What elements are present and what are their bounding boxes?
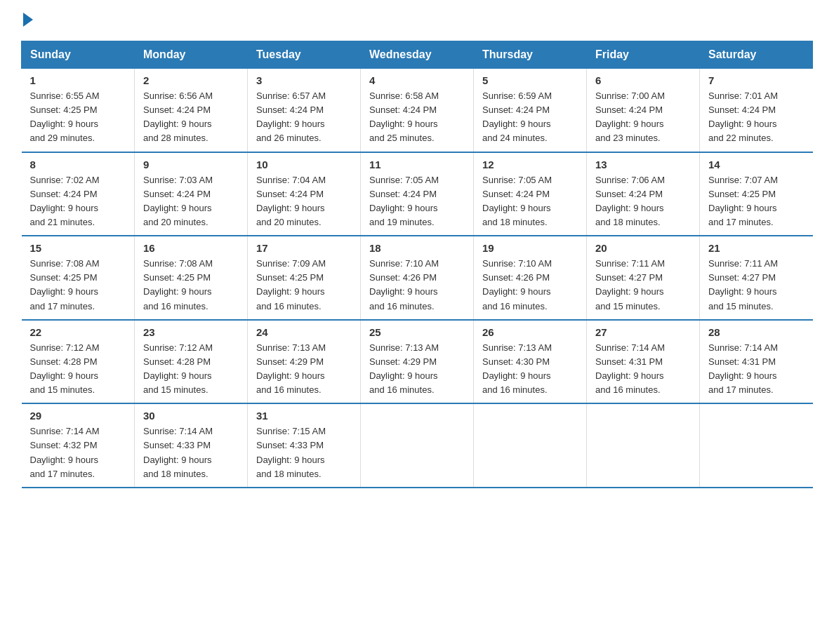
day-info: Sunrise: 7:13 AMSunset: 4:29 PMDaylight:… (256, 341, 352, 398)
day-info: Sunrise: 7:12 AMSunset: 4:28 PMDaylight:… (143, 341, 239, 398)
day-number: 7 (708, 74, 805, 86)
day-info: Sunrise: 7:08 AMSunset: 4:25 PMDaylight:… (143, 257, 239, 314)
day-cell: 14Sunrise: 7:07 AMSunset: 4:25 PMDayligh… (700, 152, 813, 236)
day-cell: 2Sunrise: 6:56 AMSunset: 4:24 PMDaylight… (135, 69, 248, 152)
day-info: Sunrise: 7:14 AMSunset: 4:33 PMDaylight:… (143, 424, 239, 481)
day-info: Sunrise: 7:06 AMSunset: 4:24 PMDaylight:… (595, 173, 691, 230)
day-info: Sunrise: 7:11 AMSunset: 4:27 PMDaylight:… (595, 257, 691, 314)
calendar-header-row: SundayMondayTuesdayWednesdayThursdayFrid… (22, 41, 813, 69)
day-cell (587, 403, 700, 488)
day-number: 4 (369, 74, 465, 86)
day-info: Sunrise: 6:58 AMSunset: 4:24 PMDaylight:… (369, 89, 465, 146)
day-info: Sunrise: 7:03 AMSunset: 4:24 PMDaylight:… (143, 173, 239, 230)
day-cell: 21Sunrise: 7:11 AMSunset: 4:27 PMDayligh… (700, 236, 813, 320)
day-number: 23 (143, 326, 239, 338)
day-cell: 29Sunrise: 7:14 AMSunset: 4:32 PMDayligh… (22, 403, 135, 488)
day-number: 17 (256, 242, 352, 254)
day-info: Sunrise: 7:02 AMSunset: 4:24 PMDaylight:… (30, 173, 126, 230)
day-number: 12 (482, 159, 578, 170)
week-row-4: 22Sunrise: 7:12 AMSunset: 4:28 PMDayligh… (22, 320, 813, 404)
column-header-wednesday: Wednesday (361, 41, 474, 69)
day-cell: 6Sunrise: 7:00 AMSunset: 4:24 PMDaylight… (587, 69, 700, 152)
week-row-3: 15Sunrise: 7:08 AMSunset: 4:25 PMDayligh… (22, 236, 813, 320)
day-number: 25 (369, 326, 465, 338)
day-number: 22 (30, 326, 126, 338)
day-info: Sunrise: 7:09 AMSunset: 4:25 PMDaylight:… (256, 257, 352, 314)
day-info: Sunrise: 6:55 AMSunset: 4:25 PMDaylight:… (30, 89, 126, 146)
day-cell (361, 403, 474, 488)
column-header-sunday: Sunday (22, 41, 135, 69)
day-info: Sunrise: 7:14 AMSunset: 4:31 PMDaylight:… (708, 341, 805, 398)
day-number: 27 (595, 326, 691, 338)
day-number: 11 (369, 159, 465, 170)
day-info: Sunrise: 7:01 AMSunset: 4:24 PMDaylight:… (708, 89, 805, 146)
day-cell: 22Sunrise: 7:12 AMSunset: 4:28 PMDayligh… (22, 320, 135, 404)
week-row-1: 1Sunrise: 6:55 AMSunset: 4:25 PMDaylight… (22, 69, 813, 152)
week-row-2: 8Sunrise: 7:02 AMSunset: 4:24 PMDaylight… (22, 152, 813, 236)
day-number: 30 (143, 410, 239, 422)
day-number: 28 (708, 326, 805, 338)
day-number: 6 (595, 74, 691, 86)
day-info: Sunrise: 7:10 AMSunset: 4:26 PMDaylight:… (482, 257, 578, 314)
day-cell: 8Sunrise: 7:02 AMSunset: 4:24 PMDaylight… (22, 152, 135, 236)
day-number: 20 (595, 242, 691, 254)
column-header-thursday: Thursday (474, 41, 587, 69)
day-cell: 28Sunrise: 7:14 AMSunset: 4:31 PMDayligh… (700, 320, 813, 404)
day-number: 5 (482, 74, 578, 86)
day-number: 15 (30, 242, 126, 254)
day-info: Sunrise: 7:08 AMSunset: 4:25 PMDaylight:… (30, 257, 126, 314)
day-info: Sunrise: 7:14 AMSunset: 4:32 PMDaylight:… (30, 424, 126, 481)
day-info: Sunrise: 7:07 AMSunset: 4:25 PMDaylight:… (708, 173, 805, 230)
day-info: Sunrise: 7:11 AMSunset: 4:27 PMDaylight:… (708, 257, 805, 314)
day-cell: 31Sunrise: 7:15 AMSunset: 4:33 PMDayligh… (248, 403, 361, 488)
day-info: Sunrise: 6:56 AMSunset: 4:24 PMDaylight:… (143, 89, 239, 146)
day-number: 26 (482, 326, 578, 338)
day-info: Sunrise: 7:00 AMSunset: 4:24 PMDaylight:… (595, 89, 691, 146)
day-cell: 27Sunrise: 7:14 AMSunset: 4:31 PMDayligh… (587, 320, 700, 404)
day-cell: 25Sunrise: 7:13 AMSunset: 4:29 PMDayligh… (361, 320, 474, 404)
column-header-saturday: Saturday (700, 41, 813, 69)
day-cell (474, 403, 587, 488)
day-info: Sunrise: 6:59 AMSunset: 4:24 PMDaylight:… (482, 89, 578, 146)
day-number: 18 (369, 242, 465, 254)
day-cell: 30Sunrise: 7:14 AMSunset: 4:33 PMDayligh… (135, 403, 248, 488)
day-info: Sunrise: 7:14 AMSunset: 4:31 PMDaylight:… (595, 341, 691, 398)
day-number: 29 (30, 410, 126, 422)
logo (21, 14, 33, 27)
day-cell: 20Sunrise: 7:11 AMSunset: 4:27 PMDayligh… (587, 236, 700, 320)
day-number: 14 (708, 159, 805, 170)
day-number: 16 (143, 242, 239, 254)
day-cell: 1Sunrise: 6:55 AMSunset: 4:25 PMDaylight… (22, 69, 135, 152)
day-cell: 7Sunrise: 7:01 AMSunset: 4:24 PMDaylight… (700, 69, 813, 152)
day-number: 24 (256, 326, 352, 338)
day-cell: 9Sunrise: 7:03 AMSunset: 4:24 PMDaylight… (135, 152, 248, 236)
day-info: Sunrise: 7:05 AMSunset: 4:24 PMDaylight:… (482, 173, 578, 230)
day-info: Sunrise: 7:12 AMSunset: 4:28 PMDaylight:… (30, 341, 126, 398)
day-number: 19 (482, 242, 578, 254)
day-cell: 17Sunrise: 7:09 AMSunset: 4:25 PMDayligh… (248, 236, 361, 320)
day-cell (700, 403, 813, 488)
day-info: Sunrise: 7:15 AMSunset: 4:33 PMDaylight:… (256, 424, 352, 481)
day-cell: 18Sunrise: 7:10 AMSunset: 4:26 PMDayligh… (361, 236, 474, 320)
day-cell: 4Sunrise: 6:58 AMSunset: 4:24 PMDaylight… (361, 69, 474, 152)
day-number: 21 (708, 242, 805, 254)
day-number: 31 (256, 410, 352, 422)
logo-arrow-icon (23, 13, 33, 27)
day-number: 9 (143, 159, 239, 170)
column-header-monday: Monday (135, 41, 248, 69)
day-number: 10 (256, 159, 352, 170)
day-cell: 11Sunrise: 7:05 AMSunset: 4:24 PMDayligh… (361, 152, 474, 236)
day-cell: 19Sunrise: 7:10 AMSunset: 4:26 PMDayligh… (474, 236, 587, 320)
day-cell: 5Sunrise: 6:59 AMSunset: 4:24 PMDaylight… (474, 69, 587, 152)
day-cell: 13Sunrise: 7:06 AMSunset: 4:24 PMDayligh… (587, 152, 700, 236)
day-cell: 10Sunrise: 7:04 AMSunset: 4:24 PMDayligh… (248, 152, 361, 236)
day-info: Sunrise: 7:10 AMSunset: 4:26 PMDaylight:… (369, 257, 465, 314)
day-info: Sunrise: 7:05 AMSunset: 4:24 PMDaylight:… (369, 173, 465, 230)
day-cell: 15Sunrise: 7:08 AMSunset: 4:25 PMDayligh… (22, 236, 135, 320)
day-info: Sunrise: 7:13 AMSunset: 4:29 PMDaylight:… (369, 341, 465, 398)
day-number: 1 (30, 74, 126, 86)
day-number: 2 (143, 74, 239, 86)
day-cell: 24Sunrise: 7:13 AMSunset: 4:29 PMDayligh… (248, 320, 361, 404)
page-header (21, 14, 813, 27)
day-info: Sunrise: 7:13 AMSunset: 4:30 PMDaylight:… (482, 341, 578, 398)
